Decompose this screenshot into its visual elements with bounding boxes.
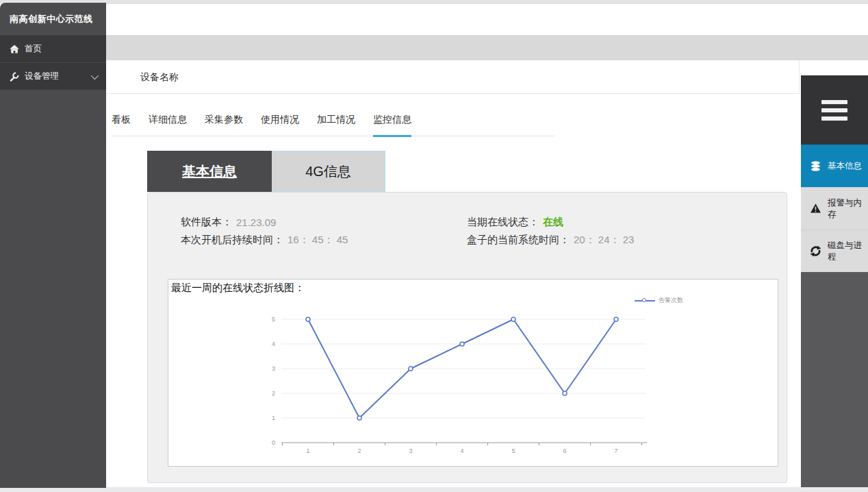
svg-text:3: 3 [409, 447, 412, 454]
svg-text:0: 0 [272, 439, 275, 446]
svg-text:1: 1 [272, 415, 275, 421]
app-title: 南高创新中心示范线 [0, 3, 106, 35]
online-status-value: 在线 [543, 216, 563, 229]
right-item-label: 基本信息 [828, 160, 862, 172]
svg-text:5: 5 [272, 316, 275, 323]
svg-text:6: 6 [563, 447, 566, 454]
software-version-label: 软件版本： [181, 216, 232, 229]
subtab-label: 基本信息 [182, 162, 237, 181]
legend-label: 告警次数 [659, 296, 683, 305]
system-time-label: 盒子的当前系统时间： [467, 234, 570, 247]
tab-kanban[interactable]: 看板 [112, 108, 131, 136]
sidebar-item-home[interactable]: 首页 [0, 35, 106, 62]
device-name-header: 设备名称 [106, 60, 800, 94]
right-item-label: 报警与内存 [828, 197, 868, 221]
uptime-value: 16： 45： 45 [288, 234, 348, 247]
basic-info-panel: 软件版本： 21.23.09 当期在线状态： 在线 本次开机后持续时间： 16：… [147, 192, 787, 483]
svg-text:4: 4 [460, 447, 463, 454]
tab-detail-info[interactable]: 详细信息 [149, 108, 187, 136]
right-sidebar: 基本信息 报警与内存 磁盘与进程 [801, 75, 868, 487]
database-icon [810, 160, 821, 172]
software-version-row: 软件版本： 21.23.09 [181, 213, 467, 231]
wrench-icon [10, 72, 19, 82]
sidebar-item-label: 设备管理 [25, 71, 59, 82]
online-status-row: 当期在线状态： 在线 [467, 213, 769, 231]
svg-text:4: 4 [272, 341, 275, 347]
tab-usage[interactable]: 使用情况 [261, 108, 299, 136]
subtab-basic-info[interactable]: 基本信息 [147, 151, 272, 192]
left-sidebar: 南高创新中心示范线 首页 设备管理 [0, 3, 106, 488]
svg-text:2: 2 [357, 447, 361, 454]
bottom-strip [0, 487, 868, 492]
tab-processing[interactable]: 加工情况 [317, 108, 355, 136]
uptime-row: 本次开机后持续时间： 16： 45： 45 [181, 231, 467, 249]
weekly-online-chart: 0123451234567 最近一周的在线状态折线图： 告警次数 [168, 279, 778, 467]
hamburger-icon [821, 116, 847, 121]
svg-text:1: 1 [306, 447, 309, 454]
legend-line-marker-icon [635, 298, 655, 304]
svg-text:5: 5 [511, 447, 515, 454]
right-item-disk-process[interactable]: 磁盘与进程 [801, 230, 868, 272]
svg-text:2: 2 [272, 390, 275, 397]
sidebar-item-label: 首页 [25, 43, 42, 55]
sub-tab-bar: 基本信息 4G信息 [147, 151, 385, 192]
chart-title: 最近一周的在线状态折线图： [171, 282, 305, 295]
software-version-value: 21.23.09 [236, 217, 276, 228]
top-strip [0, 0, 868, 4]
subtab-label: 4G信息 [305, 162, 351, 181]
chart-legend[interactable]: 告警次数 [635, 296, 683, 305]
tab-monitor-info[interactable]: 监控信息 [373, 108, 411, 137]
sidebar-item-device-management[interactable]: 设备管理 [0, 62, 106, 90]
home-icon [10, 45, 19, 54]
system-time-row: 盒子的当前系统时间： 20： 24： 23 [467, 231, 769, 249]
hamburger-icon [821, 108, 847, 112]
warning-icon [810, 203, 821, 214]
app-root: 南高创新中心示范线 首页 设备管理 基本信息 [0, 0, 868, 492]
system-time-value: 20： 24： 23 [574, 234, 634, 247]
header-gray-band [0, 35, 868, 60]
hamburger-menu-button[interactable] [801, 75, 868, 145]
line-chart-canvas: 0123451234567 [168, 280, 778, 466]
main-content: 设备名称 看板 详细信息 采集参数 使用情况 加工情况 监控信息 基本信息 4G… [106, 60, 801, 487]
right-item-alarm-memory[interactable]: 报警与内存 [801, 187, 868, 230]
right-item-basic-info[interactable]: 基本信息 [801, 145, 868, 187]
online-status-label: 当期在线状态： [467, 216, 539, 229]
device-info-grid: 软件版本： 21.23.09 当期在线状态： 在线 本次开机后持续时间： 16：… [181, 213, 769, 249]
svg-text:3: 3 [272, 365, 275, 372]
tab-collect-params[interactable]: 采集参数 [205, 108, 243, 136]
svg-text:7: 7 [614, 447, 617, 454]
chevron-down-icon [91, 71, 99, 79]
uptime-label: 本次开机后持续时间： [181, 234, 283, 247]
subtab-4g-info[interactable]: 4G信息 [272, 151, 385, 192]
refresh-icon [810, 245, 821, 257]
hamburger-icon [821, 100, 847, 104]
tab-bar: 看板 详细信息 采集参数 使用情况 加工情况 监控信息 [112, 108, 554, 136]
right-item-label: 磁盘与进程 [828, 240, 868, 263]
